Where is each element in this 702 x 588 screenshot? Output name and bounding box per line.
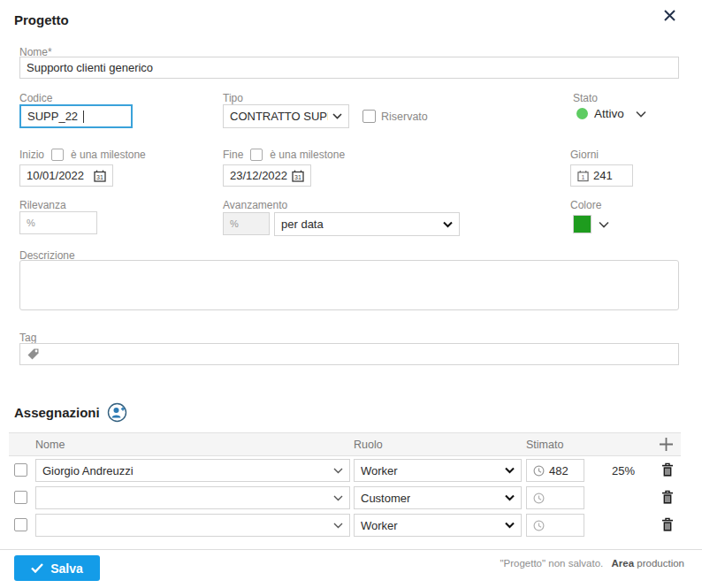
stato-value: Attivo (594, 107, 624, 120)
percent-icon: % (230, 218, 239, 229)
tag-input[interactable] (19, 343, 679, 365)
svg-text:31: 31 (96, 174, 103, 180)
trash-icon[interactable] (661, 490, 674, 505)
clock-icon (533, 465, 545, 477)
row-checkbox[interactable] (14, 518, 27, 531)
save-button-label: Salva (50, 561, 83, 576)
col-nome: Nome (35, 439, 65, 451)
chevron-down-icon (332, 113, 342, 119)
trash-icon[interactable] (661, 462, 674, 477)
colore-label: Colore (570, 199, 601, 211)
rilevanza-input[interactable]: % (19, 211, 97, 234)
fine-date-input[interactable]: 23/12/2022 31 (223, 164, 311, 187)
riservato-field: Riservato (362, 110, 428, 123)
row-ruolo-value: Worker (361, 464, 398, 477)
percent-icon: % (27, 218, 35, 228)
row-checkbox[interactable] (14, 463, 27, 477)
save-button[interactable]: Salva (14, 555, 100, 581)
calendar-icon[interactable]: 31 (94, 170, 106, 182)
status-dot-icon (576, 108, 588, 119)
svg-text:1: 1 (582, 173, 585, 179)
row-checkbox[interactable] (14, 491, 27, 504)
clock-icon (533, 493, 545, 504)
chevron-down-icon (443, 221, 453, 228)
inizio-milestone-label: è una milestone (71, 149, 146, 161)
fine-milestone-label: è una milestone (270, 149, 345, 161)
avanzamento-mode-select[interactable]: per data (274, 212, 460, 236)
col-ruolo: Ruolo (354, 439, 383, 451)
chevron-down-icon (505, 467, 515, 474)
row-ruolo-value: Customer (361, 492, 410, 505)
colore-select[interactable] (573, 215, 609, 233)
row-stimato-value: 482 (549, 464, 568, 477)
row-nome-select[interactable]: Giorgio Andreuzzi (35, 459, 350, 482)
table-row: Giorgio Andreuzzi Worker 482 25% (9, 459, 681, 483)
footer-divider (0, 549, 702, 550)
area-value: production (637, 558, 684, 569)
row-stimato-input[interactable]: 482 (526, 459, 584, 482)
status-text: "Progetto" non salvato. Area production (500, 558, 684, 569)
chevron-down-icon (636, 111, 646, 118)
row-stimato-input[interactable] (526, 486, 584, 509)
row-percent: 25% (607, 464, 635, 477)
riservato-label: Riservato (381, 111, 428, 123)
codice-label: Codice (19, 92, 52, 104)
table-row: Worker (9, 514, 681, 538)
codice-value: SUPP_22 (27, 110, 78, 123)
area-label: Area (612, 558, 635, 569)
giorni-label: Giorni (570, 149, 599, 161)
tipo-select[interactable]: CONTRATTO SUPPO (223, 104, 349, 128)
assegnazioni-table-header: Nome Ruolo Stimato (9, 432, 681, 456)
descrizione-textarea[interactable] (19, 260, 679, 310)
nome-value: Supporto clienti generico (27, 61, 153, 74)
svg-text:31: 31 (294, 174, 301, 180)
trash-icon[interactable] (661, 517, 674, 532)
clock-icon (533, 520, 545, 531)
stato-label: Stato (573, 92, 598, 104)
avanzamento-percent-input: % (223, 212, 270, 235)
inizio-date-input[interactable]: 10/01/2022 31 (19, 164, 113, 187)
rilevanza-label: Rilevanza (19, 199, 66, 211)
fine-value: 23/12/2022 (230, 169, 287, 182)
unsaved-status: "Progetto" non salvato. (500, 558, 603, 569)
row-ruolo-select[interactable]: Worker (354, 459, 522, 482)
chevron-down-icon (333, 468, 343, 474)
fine-label: Fine (223, 149, 243, 161)
row-nome-value: Giorgio Andreuzzi (42, 464, 134, 477)
chevron-down-icon (333, 523, 343, 529)
row-nome-select[interactable] (35, 514, 350, 537)
assegnazioni-header: Assegnazioni (14, 402, 127, 423)
row-nome-select[interactable] (35, 486, 350, 509)
row-ruolo-select[interactable]: Customer (354, 486, 522, 509)
check-icon (31, 563, 43, 573)
inizio-milestone-checkbox[interactable] (51, 149, 64, 161)
avanzamento-label: Avanzamento (223, 199, 287, 211)
tipo-value: CONTRATTO SUPPO (230, 110, 328, 123)
color-swatch[interactable] (573, 215, 591, 233)
tag-label: Tag (19, 332, 36, 344)
chevron-down-icon (505, 522, 515, 529)
page-title: Progetto (14, 12, 69, 27)
riservato-checkbox[interactable] (362, 110, 376, 123)
text-caret (83, 111, 84, 123)
calendar-day-icon: 1 (577, 170, 589, 182)
table-row: Customer (9, 486, 681, 510)
chevron-down-icon (599, 221, 609, 228)
assegnazioni-title: Assegnazioni (14, 405, 100, 420)
stato-select[interactable]: Attivo (576, 107, 646, 120)
row-ruolo-select[interactable]: Worker (354, 514, 522, 537)
inizio-header: Inizio è una milestone (19, 149, 146, 161)
add-row-icon[interactable] (659, 437, 674, 452)
close-icon[interactable] (658, 4, 681, 27)
fine-milestone-checkbox[interactable] (250, 149, 263, 161)
calendar-icon[interactable]: 31 (292, 170, 304, 182)
inizio-value: 10/01/2022 (27, 169, 84, 182)
add-person-icon[interactable] (107, 402, 127, 423)
chevron-down-icon (333, 495, 343, 501)
giorni-input[interactable]: 1 241 (570, 164, 633, 187)
inizio-label: Inizio (19, 149, 44, 161)
avanzamento-mode-value: per data (281, 218, 324, 231)
nome-input[interactable]: Supporto clienti generico (19, 57, 679, 79)
codice-input[interactable]: SUPP_22 (19, 104, 133, 128)
row-stimato-input[interactable] (526, 514, 584, 537)
